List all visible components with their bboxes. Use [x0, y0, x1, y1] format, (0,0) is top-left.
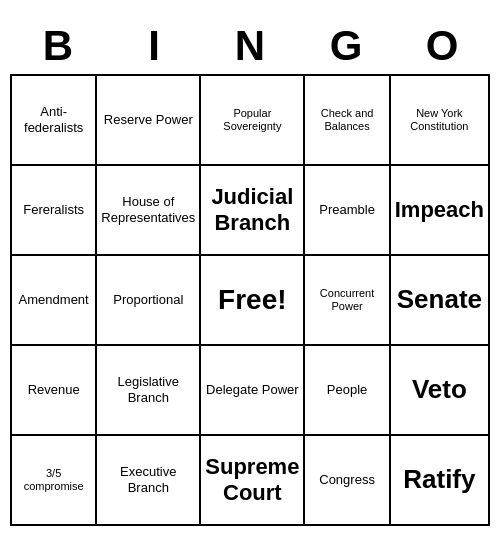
bingo-letter-g: G: [298, 18, 394, 74]
bingo-letter-b: B: [10, 18, 106, 74]
bingo-cell-3: Check and Balances: [305, 76, 390, 166]
bingo-cell-4: New York Constitution: [391, 76, 490, 166]
bingo-cell-11: Proportional: [97, 256, 201, 346]
bingo-cell-24: Ratify: [391, 436, 490, 526]
bingo-cell-19: Veto: [391, 346, 490, 436]
bingo-cell-12: Free!: [201, 256, 305, 346]
bingo-cell-21: Executive Branch: [97, 436, 201, 526]
bingo-cell-7: Judicial Branch: [201, 166, 305, 256]
bingo-cell-22: Supreme Court: [201, 436, 305, 526]
bingo-header: BINGO: [10, 18, 490, 74]
bingo-cell-23: Congress: [305, 436, 390, 526]
bingo-cell-1: Reserve Power: [97, 76, 201, 166]
bingo-cell-15: Revenue: [12, 346, 97, 436]
bingo-cell-17: Delegate Power: [201, 346, 305, 436]
bingo-cell-0: Anti-federalists: [12, 76, 97, 166]
bingo-grid: Anti-federalistsReserve PowerPopular Sov…: [10, 74, 490, 526]
bingo-cell-6: House of Representatives: [97, 166, 201, 256]
bingo-cell-2: Popular Sovereignty: [201, 76, 305, 166]
bingo-cell-20: 3/5 compromise: [12, 436, 97, 526]
bingo-cell-14: Senate: [391, 256, 490, 346]
bingo-cell-18: People: [305, 346, 390, 436]
bingo-cell-16: Legislative Branch: [97, 346, 201, 436]
bingo-card: BINGO Anti-federalistsReserve PowerPopul…: [10, 18, 490, 526]
bingo-cell-5: Fereralists: [12, 166, 97, 256]
bingo-cell-9: Impeach: [391, 166, 490, 256]
bingo-letter-n: N: [202, 18, 298, 74]
bingo-letter-i: I: [106, 18, 202, 74]
bingo-cell-10: Amendment: [12, 256, 97, 346]
bingo-letter-o: O: [394, 18, 490, 74]
bingo-cell-13: Concurrent Power: [305, 256, 390, 346]
bingo-cell-8: Preamble: [305, 166, 390, 256]
